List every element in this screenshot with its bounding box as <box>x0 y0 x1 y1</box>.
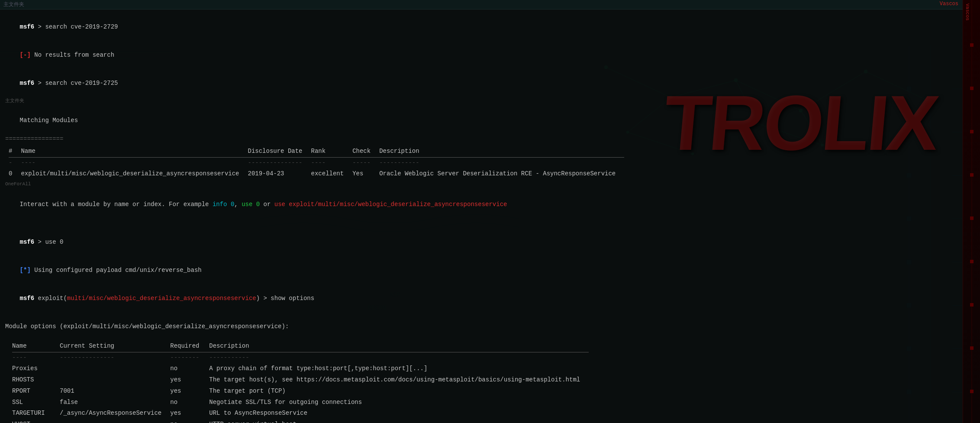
mod-vhost-required: no <box>170 419 209 423</box>
blank-2 <box>5 313 975 322</box>
msf6-prompt-1: msf6 <box>20 23 35 30</box>
search1-line: msf6 > search cve-2019-2729 <box>5 13 975 41</box>
results-table-header-underline: - ---- --------------- ---- ----- ------… <box>9 157 624 168</box>
mod-rhosts-setting <box>60 375 170 386</box>
msf6-prompt-3: msf6 <box>20 239 35 245</box>
terminal-window: msf6 > search cve-2019-2729 [-] No resul… <box>0 10 980 423</box>
oneforall-label: OneForAll <box>5 181 975 188</box>
msf6-prompt-4: msf6 <box>20 295 35 302</box>
top-bar-right: Vascos <box>940 1 958 7</box>
svg-rect-50 <box>970 260 974 263</box>
mod-proxies-desc: A proxy chain of format type:host:port[,… <box>209 363 589 375</box>
mod-ssl-setting: false <box>60 397 170 408</box>
col-rank: Rank <box>311 146 353 157</box>
mod-vhost-setting <box>60 419 170 423</box>
mod-targeturi-name: TARGETURI <box>12 408 60 419</box>
right-sidebar: Vascos <box>963 0 980 423</box>
interact-text: Interact with a module by name or index.… <box>20 201 213 208</box>
search2-line: msf6 > search cve-2019-2725 <box>5 69 975 97</box>
row0-num: 0 <box>9 168 21 180</box>
top-bar: 主文件夹 Vascos <box>0 0 980 10</box>
row0-check: Yes <box>352 168 379 180</box>
info-link[interactable]: info 0 <box>213 201 234 208</box>
svg-rect-48 <box>970 173 974 177</box>
separator-1: ================ <box>5 135 975 144</box>
mod-col-required: Required <box>170 341 209 352</box>
results-table: # Name Disclosure Date Rank Check Descri… <box>9 146 624 180</box>
mod-proxies-name: Proxies <box>12 363 60 375</box>
mod-vhost-name: VHOST <box>12 419 60 423</box>
mod-targeturi-setting: /_async/AsyncResponseService <box>60 408 170 419</box>
no-results-line: [-] No results from search <box>5 41 975 69</box>
blank-1 <box>5 219 975 228</box>
use-link[interactable]: use 0 <box>242 201 260 208</box>
svg-rect-46 <box>970 87 974 90</box>
table-row: RHOSTS yes The target host(s), see https… <box>12 375 589 386</box>
mod-col-desc: Description <box>209 341 589 352</box>
row0-desc: Oracle Weblogic Server Deserialization R… <box>379 168 624 180</box>
show-options-line: msf6 exploit(multi/misc/weblogic_deseria… <box>5 284 975 313</box>
mod-ssl-desc: Negotiate SSL/TLS for outgoing connectio… <box>209 397 589 408</box>
module-options-header-row: Name Current Setting Required Descriptio… <box>12 341 589 352</box>
table-row: TARGETURI /_async/AsyncResponseService y… <box>12 408 589 419</box>
comment-line: 主文件夹 <box>5 97 975 105</box>
table-row: 0 exploit/multi/misc/weblogic_deserializ… <box>9 168 624 180</box>
mod-header-underline: ---- --------------- -------- ----------… <box>12 352 589 363</box>
row0-rank: excellent <box>311 168 353 180</box>
results-table-header: # Name Disclosure Date Rank Check Descri… <box>9 146 624 157</box>
mod-proxies-required: no <box>170 363 209 375</box>
mod-rhosts-name: RHOSTS <box>12 375 60 386</box>
svg-rect-52 <box>970 346 974 350</box>
mod-col-setting: Current Setting <box>60 341 170 352</box>
mod-rport-desc: The target port (TCP) <box>209 386 589 397</box>
mod-rhosts-required: yes <box>170 375 209 386</box>
table-row: RPORT 7001 yes The target port (TCP) <box>12 386 589 397</box>
mod-ssl-name: SSL <box>12 397 60 408</box>
mod-proxies-setting <box>60 363 170 375</box>
module-options-table: Name Current Setting Required Descriptio… <box>12 341 589 423</box>
using-payload-line: [*] Using configured payload cmd/unix/re… <box>5 256 975 284</box>
svg-rect-45 <box>970 43 974 47</box>
svg-rect-49 <box>970 216 974 220</box>
col-num: # <box>9 146 21 157</box>
matching-modules-header: Matching Modules <box>5 107 975 135</box>
svg-rect-51 <box>970 303 974 307</box>
col-desc: Description <box>379 146 624 157</box>
col-date: Disclosure Date <box>248 146 311 157</box>
svg-rect-47 <box>970 130 974 133</box>
mod-ssl-required: no <box>170 397 209 408</box>
msf6-prompt-2: msf6 <box>20 80 35 87</box>
mod-col-name: Name <box>12 341 60 352</box>
mod-rport-required: yes <box>170 386 209 397</box>
svg-rect-53 <box>970 390 974 393</box>
mod-targeturi-desc: URL to AsyncResponseService <box>209 408 589 419</box>
blank-3 <box>5 331 975 341</box>
mod-vhost-desc: HTTP server virtual host <box>209 419 589 423</box>
row0-name: exploit/multi/misc/weblogic_deserialize_… <box>21 168 248 180</box>
module-name-link[interactable]: multi/misc/weblogic_deserialize_asyncres… <box>67 295 256 302</box>
top-bar-text: 主文件夹 <box>3 2 24 8</box>
table-row: VHOST no HTTP server virtual host <box>12 419 589 423</box>
col-check: Check <box>352 146 379 157</box>
col-name: Name <box>21 146 248 157</box>
module-options-header: Module options (exploit/multi/misc/weblo… <box>5 322 975 332</box>
table-row: SSL false no Negotiate SSL/TLS for outgo… <box>12 397 589 408</box>
mod-rport-name: RPORT <box>12 386 60 397</box>
use0-line: msf6 > use 0 <box>5 228 975 256</box>
mod-targeturi-required: yes <box>170 408 209 419</box>
mod-rhosts-desc: The target host(s), see https://docs.met… <box>209 375 589 386</box>
bracket-blue-1: [*] <box>20 267 31 274</box>
table-row: Proxies no A proxy chain of format type:… <box>12 363 589 375</box>
full-use-link[interactable]: use exploit/multi/misc/weblogic_deserial… <box>274 201 507 208</box>
bracket-red-1: [-] <box>20 52 31 58</box>
interact-line: Interact with a module by name or index.… <box>5 191 975 219</box>
mod-rport-setting: 7001 <box>60 386 170 397</box>
row0-date: 2019-04-23 <box>248 168 311 180</box>
sidebar-circuit <box>963 0 980 423</box>
